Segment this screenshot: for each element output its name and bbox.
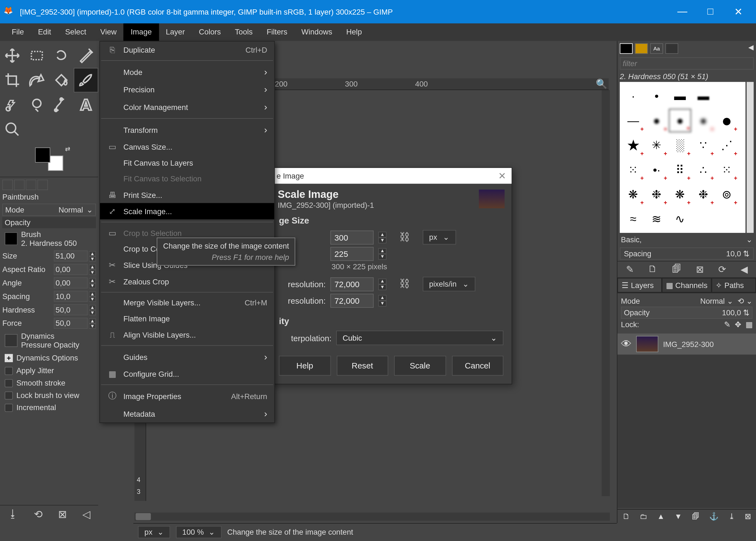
- yres-input[interactable]: [330, 294, 374, 308]
- fg-color[interactable]: [35, 148, 50, 163]
- delete-preset-icon[interactable]: ⊠: [58, 508, 67, 521]
- dock-menu-icon[interactable]: ◀: [748, 43, 754, 54]
- save-preset-icon[interactable]: ⭳: [8, 508, 18, 521]
- menu-item-mode[interactable]: Mode: [100, 63, 274, 81]
- lower-layer-icon[interactable]: ▼: [674, 512, 682, 521]
- brush-menu-icon[interactable]: ◀: [741, 264, 747, 275]
- transform-tool[interactable]: [25, 68, 49, 92]
- free-select-tool[interactable]: [49, 43, 74, 68]
- menu-item-guides[interactable]: Guides: [100, 348, 274, 366]
- new-layer-icon[interactable]: 🗋: [623, 512, 630, 521]
- menu-layer[interactable]: Layer: [159, 23, 192, 41]
- dialog-close-icon[interactable]: ✕: [498, 170, 506, 181]
- check-smooth-stroke[interactable]: Smooth stroke: [2, 377, 96, 389]
- menu-item-precision[interactable]: Precision: [100, 81, 274, 98]
- paintbrush-tool[interactable]: [74, 68, 98, 92]
- layer-mode-select[interactable]: Normal ⌄ ⟲ ⌄: [700, 296, 753, 305]
- clone-tool[interactable]: [0, 92, 25, 117]
- xres-spinner[interactable]: ▲▼: [378, 278, 387, 289]
- edit-brush-icon[interactable]: ✎: [626, 264, 634, 275]
- scrollbar-horizontal[interactable]: [134, 513, 610, 521]
- scrollbar-vertical[interactable]: [602, 90, 610, 496]
- opt-size[interactable]: Size▲▼: [2, 249, 96, 263]
- minimize-button[interactable]: —: [668, 0, 696, 23]
- tab-paths[interactable]: ✧Paths: [712, 278, 756, 292]
- crop-tool[interactable]: [0, 68, 25, 92]
- duplicate-layer-icon[interactable]: 🗐: [692, 512, 699, 521]
- dynamics-options-expander[interactable]: +Dynamics Options: [2, 351, 96, 365]
- menu-item-flatten-image[interactable]: Flatten Image: [100, 310, 274, 326]
- refresh-brushes-icon[interactable]: ⟳: [718, 264, 726, 275]
- check-lock-brush-to-view[interactable]: Lock brush to view: [2, 389, 96, 401]
- tool-options-tabs[interactable]: [2, 179, 96, 192]
- zoom-select[interactable]: 100 %⌄: [176, 526, 221, 539]
- opt-hardness[interactable]: Hardness▲▼: [2, 303, 96, 317]
- menu-help[interactable]: Help: [339, 23, 369, 41]
- menu-item-metadata[interactable]: Metadata: [100, 405, 274, 422]
- smudge-tool[interactable]: [25, 92, 49, 117]
- text-tool[interactable]: [74, 92, 98, 117]
- menu-item-print-size[interactable]: 🖶Print Size...: [100, 187, 274, 203]
- scale-button[interactable]: Scale: [394, 356, 446, 376]
- res-unit-select[interactable]: pixels/in⌄: [423, 277, 475, 291]
- opt-angle[interactable]: Angle▲▼: [2, 276, 96, 289]
- brush-grid[interactable]: ·•▬▬ —+●+●+●+●+ ★+✳+░+∵+⋰+ ⁙+•·+⠿+∴+⁙+ ❋…: [620, 82, 745, 233]
- duplicate-brush-icon[interactable]: 🗐: [672, 264, 681, 275]
- anchor-layer-icon[interactable]: ⚓: [709, 512, 718, 521]
- menu-item-configure-grid[interactable]: ▦Configure Grid...: [100, 366, 274, 382]
- brush-preset-select[interactable]: Basic,⌄: [618, 233, 756, 247]
- chain-link-icon[interactable]: ⛓: [399, 278, 410, 290]
- lock-icons[interactable]: ✎ ✥ ▦: [724, 320, 752, 329]
- layer-list[interactable]: 👁 IMG_2952-300: [618, 333, 756, 508]
- raise-layer-icon[interactable]: ▲: [657, 512, 664, 521]
- fuzzy-select-tool[interactable]: [74, 43, 98, 68]
- menu-tools[interactable]: Tools: [228, 23, 259, 41]
- restore-preset-icon[interactable]: ⟲: [34, 508, 43, 521]
- check-incremental[interactable]: Incremental: [2, 401, 96, 414]
- maximize-button[interactable]: □: [696, 0, 724, 23]
- chain-link-icon[interactable]: ⛓: [399, 231, 410, 244]
- brushes-dock-tabs[interactable]: Aa ◀: [618, 41, 756, 56]
- brush-filter-input[interactable]: filter: [620, 57, 754, 70]
- width-input[interactable]: [330, 230, 374, 244]
- width-spinner[interactable]: ▲▼: [378, 232, 387, 243]
- close-button[interactable]: ✕: [724, 0, 752, 23]
- delete-brush-icon[interactable]: ⊠: [696, 264, 704, 275]
- brush-scrollbar[interactable]: [747, 82, 754, 233]
- yres-spinner[interactable]: ▲▼: [378, 295, 387, 306]
- zoom-tool[interactable]: [0, 117, 25, 142]
- color-swatches[interactable]: ⇄: [0, 144, 98, 177]
- xres-input[interactable]: [330, 277, 374, 291]
- menu-item-align-visible-layers[interactable]: ⎍Align Visible Layers...: [100, 326, 274, 343]
- new-brush-icon[interactable]: 🗋: [648, 264, 657, 275]
- rect-select-tool[interactable]: [25, 43, 49, 68]
- opt-aspect-ratio[interactable]: Aspect Ratio▲▼: [2, 263, 96, 276]
- help-button[interactable]: Help: [279, 356, 331, 376]
- zoom-fit-icon[interactable]: 🔍: [596, 78, 607, 89]
- menu-item-color-management[interactable]: Color Management: [100, 98, 274, 116]
- menu-select[interactable]: Select: [58, 23, 93, 41]
- menu-filters[interactable]: Filters: [260, 23, 294, 41]
- menu-item-image-properties[interactable]: ⓘImage PropertiesAlt+Return: [100, 387, 274, 405]
- merge-down-icon[interactable]: ⤓: [728, 512, 735, 521]
- opt-spacing[interactable]: Spacing▲▼: [2, 289, 96, 303]
- unit-select[interactable]: px⌄: [138, 526, 170, 539]
- height-spinner[interactable]: ▲▼: [378, 248, 387, 260]
- reset-button[interactable]: Reset: [337, 356, 388, 376]
- menu-file[interactable]: File: [5, 23, 31, 41]
- menu-colors[interactable]: Colors: [192, 23, 228, 41]
- tab-layers[interactable]: ☰Layers: [618, 278, 662, 292]
- layer-item[interactable]: 👁 IMG_2952-300: [618, 333, 756, 354]
- tab-channels[interactable]: ▦Channels: [662, 278, 711, 292]
- brush-spacing[interactable]: Spacing 10,0 ⇅: [620, 248, 754, 260]
- dynamics-selector[interactable]: Dynamics Pressure Opacity: [2, 330, 96, 351]
- layer-group-icon[interactable]: 🗀: [640, 512, 647, 521]
- height-input[interactable]: [330, 247, 374, 261]
- menu-item-merge-visible-layers[interactable]: Merge Visible Layers...Ctrl+M: [100, 295, 274, 310]
- menu-item-canvas-size[interactable]: ▭Canvas Size...: [100, 139, 274, 155]
- interpolation-select[interactable]: Cubic ⌄: [336, 330, 503, 345]
- menu-item-duplicate[interactable]: ⎘DuplicateCtrl+D: [100, 42, 274, 58]
- paint-mode-select[interactable]: Mode Normal ⌄: [2, 204, 96, 216]
- reset-tool-icon[interactable]: ◁: [82, 508, 91, 521]
- menu-windows[interactable]: Windows: [294, 23, 339, 41]
